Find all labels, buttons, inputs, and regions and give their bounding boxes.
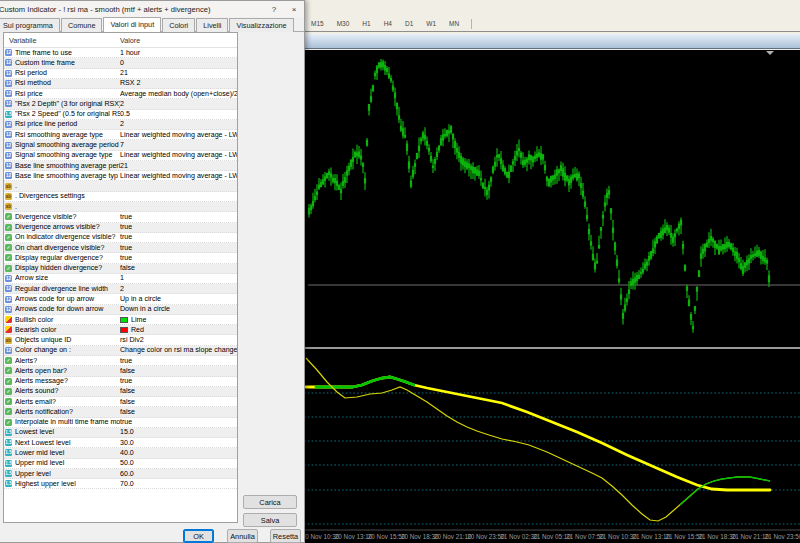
param-row[interactable]: 1.5Lowest level15.0 [4,428,237,438]
timeframe-button-d1[interactable]: D1 [400,17,418,30]
param-row[interactable]: 12Rsi period21 [4,69,237,79]
param-row[interactable]: 12Regular divergence line width2 [4,284,237,294]
save-button[interactable]: Salva [243,513,297,527]
param-value[interactable]: true [120,213,237,221]
param-value[interactable]: false [120,408,237,416]
param-value[interactable]: 0 [120,59,237,67]
subwindow-separator[interactable] [304,347,800,349]
load-button[interactable]: Carica [243,495,297,509]
param-value[interactable]: true [120,244,237,252]
param-row[interactable]: 12Color change on :Change color on rsi m… [4,346,237,356]
param-row[interactable]: 12Rsi priceAverage median body (open+clo… [4,89,237,99]
param-row[interactable]: 12Signal smoothing average typeLinear we… [4,151,237,161]
param-row[interactable]: 1.5"Rsx 2 Speed" (0.5 for original RSX)0… [4,110,237,120]
param-value[interactable]: 21 [120,69,237,77]
timeframe-button-h1[interactable]: H1 [357,17,375,30]
param-row[interactable]: 12Custom time frame0 [4,58,237,68]
timeframe-button-w1[interactable]: W1 [421,17,441,30]
reset-button[interactable]: Resetta [270,529,301,543]
param-row[interactable]: 12Arrow size1 [4,274,237,284]
param-value[interactable]: Red [120,326,237,334]
param-row[interactable]: 1.5Upper mid level50.0 [4,459,237,469]
param-row[interactable]: 1.5Highest upper level70.0 [4,479,237,489]
timeframe-button-m15[interactable]: M15 [306,17,329,30]
param-row[interactable]: abObjects unique IDrsi Div2 [4,335,237,345]
param-row[interactable]: ab. [4,181,237,191]
tab-colori[interactable]: Colori [162,18,195,32]
param-row[interactable]: 12Base line smoothing average typLinear … [4,171,237,181]
param-row[interactable]: ✓Alerts email?false [4,397,237,407]
param-value[interactable]: 0.5 [120,110,237,118]
param-value[interactable]: Change color on rsi ma slope change [120,346,237,354]
ok-button[interactable]: OK [183,529,214,543]
param-value[interactable]: Down in a circle [120,305,237,313]
cancel-button[interactable]: Annulla [227,529,258,543]
param-row[interactable]: 1.5Upper level60.0 [4,469,237,479]
param-value[interactable]: 15.0 [120,428,237,436]
param-value[interactable]: 7 [120,141,237,149]
param-row[interactable]: ✓Alerts sound?false [4,387,237,397]
param-value[interactable]: false [120,367,237,375]
param-value[interactable]: false [120,387,237,395]
param-value[interactable]: Average median body (open+close)/2 [120,90,237,98]
param-value[interactable]: 2 [120,120,237,128]
param-value[interactable]: true [120,418,237,426]
param-value[interactable]: 40.0 [120,449,237,457]
param-value[interactable]: Linear weighted moving average - LWMA [120,151,237,159]
tab-valori-di-input[interactable]: Valori di input [103,17,161,32]
param-value[interactable]: true [120,233,237,241]
param-value[interactable]: false [120,264,237,272]
param-value[interactable]: 21 [120,162,237,170]
param-row[interactable]: ✓Interpolate in multi time frame mode?tr… [4,418,237,428]
param-value[interactable]: Linear weighted moving average - LWMA [120,131,237,139]
param-value[interactable]: 50.0 [120,459,237,467]
param-row[interactable]: ✓Alerts?true [4,356,237,366]
param-row[interactable]: ✓Alerts notification?false [4,407,237,417]
param-row[interactable]: 12Rsi price line period2 [4,120,237,130]
param-row[interactable]: 12Rsi smoothing average typeLinear weigh… [4,130,237,140]
param-row[interactable]: ✓Display regular divergence?true [4,253,237,263]
param-row[interactable]: ✓On indicator divergence visible?true [4,233,237,243]
param-row[interactable]: 1.5Lower mid level40.0 [4,448,237,458]
param-row[interactable]: ✓On chart divergence visible?true [4,243,237,253]
param-value[interactable]: true [120,254,237,262]
param-value[interactable]: 70.0 [120,480,237,488]
param-value[interactable]: true [120,223,237,231]
param-row[interactable]: ab. [4,202,237,212]
param-value[interactable]: 1 hour [120,49,237,57]
param-value[interactable]: 60.0 [120,470,237,478]
time-axis[interactable]: 20 Nov 10:3020 Nov 13:1020 Nov 15:5020 N… [304,533,800,540]
param-value[interactable]: 30.0 [120,439,237,447]
param-value[interactable]: false [120,398,237,406]
param-value[interactable]: Up in a circle [120,295,237,303]
param-row[interactable]: 12Rsi methodRSX 2 [4,79,237,89]
param-value[interactable]: rsi Div2 [120,336,237,344]
param-row[interactable]: 12Arrows code for up arrowUp in a circle [4,294,237,304]
tab-visualizzazione[interactable]: Visualizzazione [229,18,293,32]
tab-comune[interactable]: Comune [61,18,103,32]
param-row[interactable]: 1.5Next Lowest level30.0 [4,438,237,448]
param-row[interactable]: ✓Display hidden divergence?false [4,264,237,274]
tab-sul-programma[interactable]: Sul programma [0,18,60,32]
param-row[interactable]: 12Time frame to use1 hour [4,48,237,58]
param-row[interactable]: 12"Rsx 2 Depth" (3 for original RSX)2 [4,99,237,109]
param-value[interactable]: Lime [120,316,237,324]
param-value[interactable]: Linear weighted moving average - LWMA [120,172,237,180]
timeframe-button-m30[interactable]: M30 [332,17,355,30]
param-value[interactable]: 2 [120,100,237,108]
param-value[interactable]: 2 [120,285,237,293]
param-value[interactable]: true [120,357,237,365]
param-row[interactable]: 12Signal smoothing average period7 [4,140,237,150]
tab-livelli[interactable]: Livelli [196,18,228,32]
param-row[interactable]: 12Arrows code for down arrowDown in a ci… [4,305,237,315]
help-icon[interactable]: ? [264,1,284,17]
param-row[interactable]: ✓Alerts open bar?false [4,366,237,376]
close-icon[interactable]: × [284,1,304,17]
param-row[interactable]: ab. Divergences settings [4,192,237,202]
chart-window[interactable]: 20 Nov 10:3020 Nov 13:1020 Nov 15:5020 N… [304,50,800,543]
param-row[interactable]: Bearish colorRed [4,325,237,335]
param-row[interactable]: ✓Alerts message?true [4,377,237,387]
param-value[interactable]: true [120,377,237,385]
param-value[interactable]: RSX 2 [120,79,237,87]
param-row[interactable]: ✓Divergence visible?true [4,212,237,222]
